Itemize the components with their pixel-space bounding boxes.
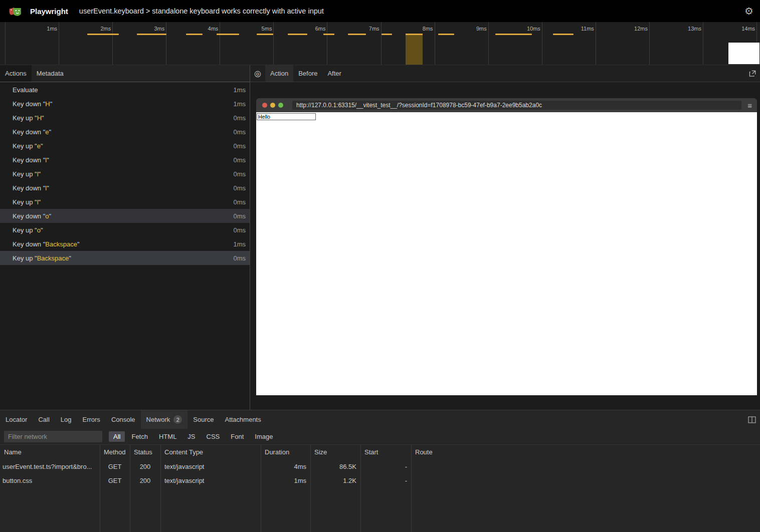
snapshot-tabbar: ◎ Action Before After [250, 65, 760, 82]
hamburger-menu-icon: ≡ [747, 101, 752, 110]
action-duration: 0ms [233, 114, 250, 122]
tab-metadata[interactable]: Metadata [32, 65, 69, 82]
action-row[interactable]: Key down "e"0ms [0, 125, 250, 139]
col-route[interactable]: Route [411, 448, 760, 456]
timeline-label: 8ms [423, 26, 433, 32]
tab-console[interactable]: Console [106, 410, 141, 429]
main-area: Actions Metadata Evaluate1ms Key down "H… [0, 65, 760, 410]
snapshot-panel: ◎ Action Before After http://127.0.0.1:6… [250, 65, 760, 410]
action-row[interactable]: Key up "l"0ms [0, 167, 250, 181]
action-row-hovered[interactable]: Key down "o"0ms [0, 209, 250, 223]
traffic-light-green [278, 103, 283, 108]
col-start[interactable]: Start [360, 448, 411, 456]
action-row[interactable]: Key down "l"0ms [0, 153, 250, 167]
timeline-label: 12ms [634, 26, 648, 32]
action-row[interactable]: Key down "l"0ms [0, 181, 250, 195]
tab-call[interactable]: Call [33, 410, 55, 429]
network-toolbar: All Fetch HTML JS CSS Font Image [0, 429, 760, 444]
open-external-icon[interactable] [745, 65, 760, 82]
action-row[interactable]: Key down "Backspace"1ms [0, 237, 250, 251]
filter-chip-html[interactable]: HTML [154, 431, 181, 442]
action-row-selected[interactable]: Key up "Backspace"0ms [0, 251, 250, 265]
action-row[interactable]: Key up "e"0ms [0, 139, 250, 153]
action-duration: 0ms [233, 170, 250, 178]
action-duration: 0ms [233, 128, 250, 136]
action-row[interactable]: Key up "H"0ms [0, 111, 250, 125]
actions-tabbar: Actions Metadata [0, 65, 250, 82]
tab-network[interactable]: Network 2 [141, 410, 188, 429]
tab-before[interactable]: Before [293, 65, 322, 82]
network-row[interactable]: button.css GET 200 text/javascript 1ms 1… [0, 473, 760, 487]
snapshot-url-bar: http://127.0.0.1:63315/__vitest_test__/?… [292, 101, 741, 110]
action-row[interactable]: Key up "o"0ms [0, 223, 250, 237]
timeline-label: 13ms [688, 26, 701, 32]
network-table: Name Method Status Content Type Duration… [0, 444, 760, 532]
snapshot-text-input[interactable] [257, 113, 316, 120]
timeline-label: 7ms [369, 26, 379, 32]
timeline-label: 5ms [262, 26, 272, 32]
settings-gear-icon[interactable]: ⚙ [743, 6, 754, 17]
tab-log[interactable]: Log [55, 410, 77, 429]
action-row[interactable]: Evaluate1ms [0, 83, 250, 97]
filter-chip-image[interactable]: Image [250, 431, 277, 442]
tab-actions[interactable]: Actions [0, 65, 32, 82]
app-header: Playwright userEvent.keyboard > standalo… [0, 0, 760, 22]
filter-chip-css[interactable]: CSS [202, 431, 225, 442]
filter-chip-font[interactable]: Font [226, 431, 248, 442]
snapshot-page [256, 112, 757, 395]
col-content-type[interactable]: Content Type [160, 448, 261, 456]
browser-snapshot: http://127.0.0.1:63315/__vitest_test__/?… [256, 98, 757, 395]
timeline-label: 11ms [581, 26, 594, 32]
selected-action-range [406, 34, 423, 65]
action-marker [348, 34, 366, 35]
action-marker [87, 34, 119, 35]
action-duration: 0ms [233, 156, 250, 164]
tab-after[interactable]: After [322, 65, 346, 82]
action-marker [257, 34, 273, 35]
action-row[interactable]: Key up "l"0ms [0, 195, 250, 209]
action-marker [323, 34, 334, 35]
action-duration: 0ms [233, 226, 250, 234]
tab-action[interactable]: Action [265, 65, 293, 82]
col-size[interactable]: Size [310, 448, 360, 456]
action-marker [382, 34, 392, 35]
timeline-label: 14ms [741, 26, 755, 32]
col-status[interactable]: Status [130, 448, 160, 456]
col-duration[interactable]: Duration [261, 448, 310, 456]
action-marker [553, 34, 574, 35]
action-marker [217, 34, 239, 35]
action-duration: 0ms [233, 198, 250, 206]
network-count-badge: 2 [173, 415, 182, 424]
filter-chip-fetch[interactable]: Fetch [127, 431, 152, 442]
action-duration: 1ms [233, 100, 250, 108]
action-duration: 0ms [233, 184, 250, 192]
trace-timeline[interactable]: 1ms 2ms 3ms 4ms 5ms 6ms 7ms 8ms 9ms 10ms… [0, 22, 760, 65]
tab-locator[interactable]: Locator [0, 410, 33, 429]
action-marker [137, 34, 166, 35]
filter-chip-all[interactable]: All [109, 431, 125, 442]
col-name[interactable]: Name [0, 448, 100, 456]
tab-source[interactable]: Source [187, 410, 219, 429]
action-list: Evaluate1ms Key down "H"1ms Key up "H"0m… [0, 83, 250, 265]
action-marker [438, 34, 454, 35]
details-panel: Locator Call Log Errors Console Network … [0, 410, 760, 532]
action-duration: 1ms [233, 240, 250, 248]
traffic-light-red [262, 103, 267, 108]
col-method[interactable]: Method [100, 448, 130, 456]
filter-chip-js[interactable]: JS [183, 431, 200, 442]
timeline-label: 1ms [47, 26, 57, 32]
action-marker [288, 34, 307, 35]
timeline-ruler[interactable]: 1ms 2ms 3ms 4ms 5ms 6ms 7ms 8ms 9ms 10ms… [5, 22, 757, 65]
action-row[interactable]: Key down "H"1ms [0, 97, 250, 111]
timeline-label: 10ms [527, 26, 540, 32]
pick-locator-icon[interactable]: ◎ [250, 65, 265, 82]
tab-attachments[interactable]: Attachments [219, 410, 266, 429]
playwright-logo-icon [8, 4, 22, 18]
network-row[interactable]: userEvent.test.ts?import&bro... GET 200 … [0, 459, 760, 473]
tab-errors[interactable]: Errors [77, 410, 105, 429]
network-filter-input[interactable] [4, 431, 102, 442]
test-title: userEvent.keyboard > standalone keyboard… [79, 7, 324, 15]
action-duration: 1ms [233, 86, 250, 94]
split-view-icon[interactable] [748, 410, 756, 429]
timeline-label: 6ms [315, 26, 326, 32]
